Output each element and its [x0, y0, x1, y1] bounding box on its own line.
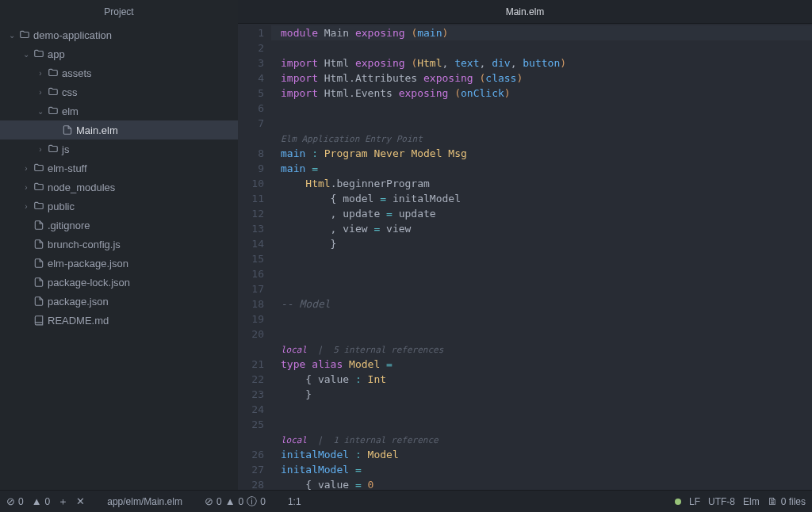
- code-annotation[interactable]: local | 1 internal reference: [281, 432, 812, 447]
- status-cursor-position[interactable]: 1:1: [288, 496, 301, 507]
- line-number: 1: [238, 25, 264, 40]
- code-line[interactable]: module Main exposing (main): [271, 25, 812, 40]
- chevron-right-icon[interactable]: ›: [35, 88, 46, 97]
- tree-item[interactable]: ⌄app: [0, 44, 238, 63]
- tree-item[interactable]: package.json: [0, 292, 238, 311]
- line-number: 13: [238, 221, 264, 236]
- tree-item[interactable]: ›elm-stuff: [0, 159, 238, 178]
- status-errors[interactable]: ⊘ 0: [6, 495, 24, 507]
- editor-pane: Main.elm 1234567.89101112131415161718192…: [238, 0, 812, 490]
- tree-item-label: public: [48, 201, 75, 212]
- code-line[interactable]: [281, 281, 812, 296]
- code-line[interactable]: import Html exposing (Html, text, div, b…: [281, 55, 812, 71]
- tab-active[interactable]: Main.elm: [506, 6, 545, 17]
- status-git-indicator[interactable]: [675, 499, 681, 505]
- status-diagnostics: ⊘ 0 ▲ 0 ⓘ 0: [205, 495, 266, 509]
- tree-item[interactable]: package-lock.json: [0, 273, 238, 292]
- code-line[interactable]: main : Program Never Model Msg: [281, 146, 812, 161]
- tree-item[interactable]: elm-package.json: [0, 254, 238, 273]
- file-icon: [32, 258, 46, 269]
- chevron-right-icon[interactable]: ›: [35, 145, 46, 154]
- code-area[interactable]: 1234567.891011121314151617181920.2122232…: [238, 24, 812, 490]
- line-number: 27: [238, 462, 264, 477]
- status-errors-count: 0: [18, 496, 24, 507]
- code-line[interactable]: [281, 101, 812, 116]
- code-annotation[interactable]: Elm Application Entry Point: [281, 131, 812, 146]
- status-language[interactable]: Elm: [743, 496, 760, 507]
- line-number: 14: [238, 236, 264, 251]
- status-encoding[interactable]: UTF-8: [708, 496, 735, 507]
- line-number: 16: [238, 266, 264, 281]
- tree-item[interactable]: brunch-config.js: [0, 235, 238, 254]
- code-line[interactable]: { value = 0: [281, 477, 812, 490]
- tree-item-label: .gitignore: [48, 220, 90, 231]
- tree-item-label: elm-package.json: [48, 258, 128, 269]
- code-line[interactable]: }: [281, 387, 812, 402]
- status-add[interactable]: ＋: [58, 495, 68, 509]
- status-files[interactable]: 🗎 0 files: [768, 495, 806, 507]
- code-line[interactable]: [281, 417, 812, 432]
- line-number: 9: [238, 161, 264, 176]
- file-icon: [32, 296, 46, 307]
- code-line[interactable]: main =: [281, 161, 812, 176]
- chevron-down-icon[interactable]: ⌄: [6, 31, 17, 40]
- chevron-down-icon[interactable]: ⌄: [21, 50, 32, 59]
- tree-item-label: Main.elm: [76, 124, 118, 136]
- chevron-right-icon[interactable]: ›: [21, 202, 32, 211]
- code-line[interactable]: type alias Model =: [281, 357, 812, 372]
- tree-item[interactable]: Main.elm: [0, 120, 238, 139]
- tree-item[interactable]: .gitignore: [0, 216, 238, 235]
- folder-icon: [32, 48, 46, 59]
- line-number: 12: [238, 206, 264, 221]
- code-line[interactable]: { value : Int: [281, 372, 812, 387]
- status-warnings[interactable]: ▲ 0: [32, 495, 51, 507]
- code-line[interactable]: initalModel : Model: [281, 447, 812, 462]
- code-line[interactable]: [281, 40, 812, 55]
- line-number: 7: [238, 116, 264, 131]
- tree-item[interactable]: ›public: [0, 197, 238, 216]
- folder-icon: [32, 181, 46, 193]
- chevron-right-icon[interactable]: ›: [21, 164, 32, 173]
- tree-item[interactable]: README.md: [0, 311, 238, 330]
- code-line[interactable]: initalModel =: [281, 462, 812, 477]
- code-content[interactable]: module Main exposing (main) import Html …: [271, 24, 812, 490]
- code-line[interactable]: import Html.Attributes exposing (class): [281, 71, 812, 86]
- line-number: .: [238, 432, 264, 447]
- tree-item[interactable]: ›js: [0, 139, 238, 159]
- chevron-down-icon[interactable]: ⌄: [35, 107, 46, 116]
- code-annotation[interactable]: local | 5 internal references: [281, 342, 812, 357]
- code-line[interactable]: }: [281, 236, 812, 251]
- status-line-ending[interactable]: LF: [689, 496, 700, 507]
- error-icon: ⊘: [205, 495, 213, 507]
- project-sidebar: Project ⌄demo-application⌄app›assets›css…: [0, 0, 238, 490]
- file-icon: [32, 239, 46, 250]
- code-line[interactable]: [281, 327, 812, 342]
- code-line[interactable]: [281, 251, 812, 266]
- code-line[interactable]: -- Model: [281, 296, 812, 311]
- code-line[interactable]: { model = initalModel: [281, 191, 812, 206]
- status-warnings-count: 0: [45, 496, 51, 507]
- folder-icon: [46, 143, 60, 155]
- code-line[interactable]: [281, 116, 812, 131]
- code-line[interactable]: , view = view: [281, 221, 812, 236]
- chevron-right-icon[interactable]: ›: [21, 183, 32, 192]
- folder-icon: [46, 86, 60, 97]
- status-close[interactable]: ✕: [76, 495, 85, 507]
- chevron-right-icon[interactable]: ›: [35, 69, 46, 78]
- book-icon: [32, 315, 46, 326]
- line-number: 28: [238, 477, 264, 490]
- line-number: 11: [238, 191, 264, 206]
- code-line[interactable]: [281, 402, 812, 417]
- tree-item[interactable]: ⌄demo-application: [0, 25, 238, 44]
- code-line[interactable]: Html.beginnerProgram: [281, 176, 812, 191]
- code-line[interactable]: import Html.Events exposing (onClick): [281, 86, 812, 101]
- tree-item[interactable]: ›assets: [0, 63, 238, 82]
- tree-item[interactable]: ›css: [0, 82, 238, 101]
- code-line[interactable]: [281, 266, 812, 281]
- tree-item[interactable]: ⌄elm: [0, 101, 238, 120]
- line-number: 3: [238, 55, 264, 71]
- tree-item[interactable]: ›node_modules: [0, 178, 238, 197]
- code-line[interactable]: , update = update: [281, 206, 812, 221]
- file-icon: 🗎: [768, 495, 778, 507]
- code-line[interactable]: [281, 311, 812, 327]
